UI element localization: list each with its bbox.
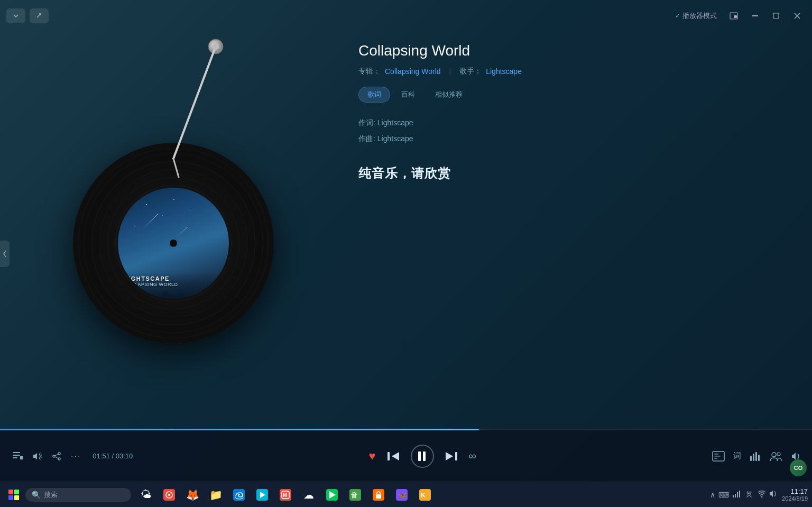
svg-rect-22	[423, 451, 426, 461]
time-display: 01:51 / 03:10	[93, 452, 133, 460]
loop-button[interactable]: ∞	[469, 450, 476, 462]
svg-rect-49	[376, 494, 381, 499]
right-controls: 词	[712, 451, 801, 462]
expand-button[interactable]	[30, 8, 49, 23]
svg-text:🦋: 🦋	[398, 491, 407, 500]
album-value[interactable]: Collapsing World	[385, 67, 441, 76]
playlist-button[interactable]	[11, 450, 25, 463]
title-bar: ✓ 播放器模式	[0, 0, 812, 32]
volume-button[interactable]	[31, 450, 44, 463]
svg-rect-2	[752, 15, 758, 16]
svg-point-34	[777, 453, 780, 456]
lyricist-line: 作词: Lightscape	[358, 118, 791, 128]
progress-fill	[0, 429, 479, 430]
close-button[interactable]	[789, 8, 806, 23]
svg-rect-12	[13, 457, 17, 458]
title-bar-right: ✓ 播放器模式	[671, 8, 806, 23]
svg-point-58	[761, 496, 763, 498]
search-bar[interactable]: 🔍 搜索	[25, 488, 131, 502]
tray-volume[interactable]	[769, 490, 778, 499]
like-button[interactable]: ♥	[368, 449, 375, 463]
svg-rect-57	[739, 491, 740, 497]
controls-row: ··· 01:51 / 03:10 ♥ ∞ 词	[0, 430, 812, 482]
taskbar-app-cloud[interactable]: ☁	[298, 484, 319, 505]
svg-rect-28	[714, 458, 717, 459]
datetime[interactable]: 11:17 2024/8/19	[782, 487, 808, 502]
svg-rect-20	[387, 452, 390, 460]
tray-network[interactable]	[732, 490, 741, 499]
tray-language[interactable]: 英	[744, 489, 754, 500]
prev-button[interactable]	[387, 451, 399, 461]
avatar-initials: CO	[794, 465, 803, 471]
composer-line: 作曲: Lightscape	[358, 134, 791, 144]
svg-marker-19	[392, 452, 399, 460]
svg-point-33	[772, 453, 776, 457]
credits: 作词: Lightscape 作曲: Lightscape	[358, 118, 791, 144]
pip-button[interactable]	[725, 8, 742, 23]
taskbar-app-music[interactable]	[159, 484, 180, 505]
taskbar-app-fox[interactable]: 🦊	[182, 484, 203, 505]
artist-value[interactable]: Lightscape	[486, 67, 522, 76]
album-label: 专辑：	[358, 67, 381, 76]
taskbar-app-folder[interactable]: 📁	[205, 484, 226, 505]
taskbar-apps: 🌤 🦊 📁 M ☁ 音 🦋 K	[135, 484, 436, 505]
svg-rect-24	[455, 452, 457, 460]
taskbar-app-game[interactable]: M	[275, 484, 296, 505]
svg-point-9	[213, 43, 219, 50]
restore-button[interactable]	[768, 8, 785, 23]
tab-wiki[interactable]: 百科	[392, 87, 424, 103]
tabs-container: 歌词 百科 相似推荐	[358, 87, 791, 103]
album-title-text: COLLAPSING WORLD	[124, 282, 178, 287]
minimize-button[interactable]	[746, 8, 763, 23]
taskbar-app-media[interactable]	[252, 484, 273, 505]
tray-wifi[interactable]	[758, 490, 766, 499]
tab-similar[interactable]: 相似推荐	[426, 87, 472, 103]
vinyl-area: LIGHTSCAPE COLLAPSING WORLD	[10, 32, 337, 454]
pause-button[interactable]	[411, 445, 434, 468]
sys-tray: ∧ ⌨ 英	[710, 489, 778, 500]
tab-lyrics[interactable]: 歌词	[358, 87, 390, 103]
lyrics-section: 作词: Lightscape 作曲: Lightscape 纯音乐，请欣赏	[358, 118, 791, 182]
svg-text:音: 音	[351, 492, 358, 499]
svg-rect-26	[714, 454, 718, 455]
sidebar-toggle[interactable]	[0, 241, 10, 267]
date-text: 2024/8/19	[782, 495, 808, 502]
taskbar-app-butterfly[interactable]: 🦋	[391, 484, 412, 505]
taskbar-app-green[interactable]: 音	[345, 484, 366, 505]
word-button[interactable]: 词	[733, 451, 741, 461]
collapse-button[interactable]	[6, 8, 25, 23]
svg-text:K: K	[421, 492, 426, 499]
svg-point-16	[53, 455, 55, 457]
friends-button[interactable]	[770, 451, 782, 461]
taskbar-app-edge[interactable]	[228, 484, 250, 505]
taskbar-app-yellow[interactable]: K	[414, 484, 436, 505]
svg-line-17	[55, 454, 58, 456]
svg-rect-32	[758, 455, 760, 461]
left-controls: ··· 01:51 / 03:10	[11, 449, 133, 463]
equalizer-button[interactable]	[750, 451, 761, 461]
next-button[interactable]	[446, 451, 457, 461]
progress-bar[interactable]	[0, 429, 812, 430]
taskbar-right: ∧ ⌨ 英 11:17 2024/8/19	[710, 487, 808, 502]
taskbar-app-weather[interactable]: 🌤	[135, 484, 156, 505]
main-lyric: 纯音乐，请欣赏	[358, 165, 791, 182]
taskbar-app-lock[interactable]	[368, 484, 389, 505]
user-avatar[interactable]: CO	[790, 459, 807, 476]
svg-rect-56	[737, 492, 738, 497]
album-artist-text: LIGHTSCAPE	[124, 275, 178, 282]
more-button[interactable]: ···	[69, 449, 83, 463]
start-button[interactable]	[4, 485, 23, 504]
taskbar-app-play[interactable]	[321, 484, 343, 505]
title-bar-left	[6, 8, 49, 23]
svg-point-6	[208, 39, 223, 54]
player-mode-toggle[interactable]: ✓ 播放器模式	[671, 9, 721, 23]
share-button[interactable]	[50, 450, 63, 463]
svg-rect-30	[753, 454, 754, 461]
lyrics-button[interactable]	[712, 451, 725, 462]
svg-rect-54	[733, 495, 734, 497]
tray-keyboard[interactable]: ⌨	[718, 491, 729, 499]
tray-expand[interactable]: ∧	[710, 491, 715, 499]
search-icon: 🔍	[32, 491, 41, 499]
svg-rect-10	[13, 452, 20, 453]
svg-rect-3	[773, 13, 779, 19]
